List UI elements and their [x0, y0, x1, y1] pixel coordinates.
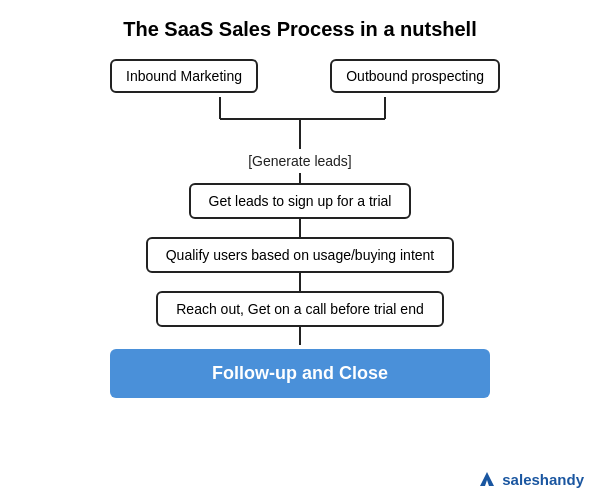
step2-box: Qualify users based on usage/buying inte… [146, 237, 455, 273]
vline4 [299, 273, 301, 291]
vline1 [299, 139, 301, 149]
logo: saleshandy [476, 468, 584, 490]
svg-marker-5 [480, 472, 494, 486]
inbound-box: Inbound Marketing [110, 59, 258, 93]
diagram: Inbound Marketing Outbound prospecting [0, 59, 600, 398]
vline5 [299, 327, 301, 345]
logo-text: saleshandy [502, 471, 584, 488]
final-box: Follow-up and Close [110, 349, 490, 398]
page: The SaaS Sales Process in a nutshell Inb… [0, 0, 600, 500]
generate-label: [Generate leads] [248, 153, 352, 169]
saleshandy-icon [476, 468, 498, 490]
top-section: Inbound Marketing Outbound prospecting [90, 59, 510, 139]
vline3 [299, 219, 301, 237]
page-title: The SaaS Sales Process in a nutshell [123, 18, 477, 41]
step3-box: Reach out, Get on a call before trial en… [156, 291, 443, 327]
vline2 [299, 173, 301, 183]
generate-section: [Generate leads] [90, 139, 510, 183]
outbound-box: Outbound prospecting [330, 59, 500, 93]
step1-box: Get leads to sign up for a trial [189, 183, 412, 219]
